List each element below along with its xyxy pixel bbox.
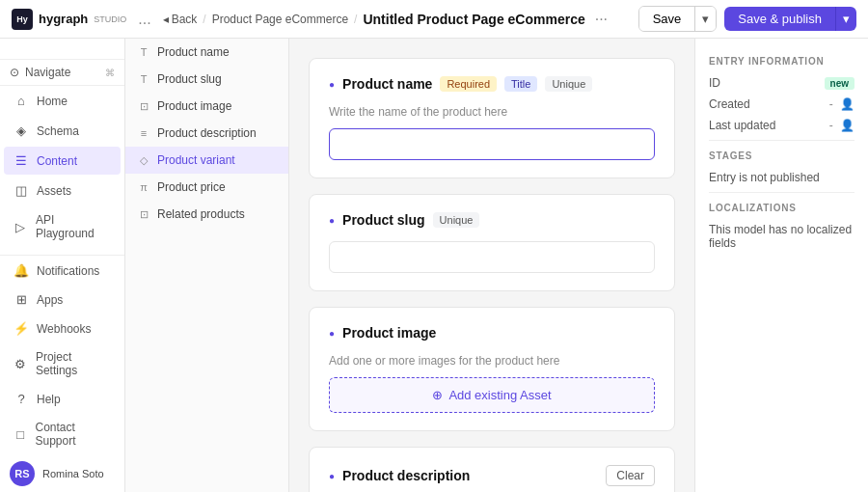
sidebar-label-assets: Assets	[37, 184, 71, 198]
product-image-title: Product image	[342, 325, 436, 341]
panel-divider-2	[709, 192, 854, 193]
sidebar-label-webhooks: Webhooks	[37, 322, 91, 336]
text-icon-2: T	[137, 73, 150, 85]
save-button[interactable]: Save	[639, 7, 696, 31]
field-item-product-variant[interactable]: ◇ Product variant	[125, 147, 288, 174]
left-field-panel: T Product name T Product slug ⊡ Product …	[125, 39, 289, 492]
page-more-button[interactable]: ···	[591, 10, 611, 29]
sidebar-item-contact-support[interactable]: □ Contact Support	[4, 414, 121, 454]
publish-button[interactable]: Save & publish	[724, 7, 836, 31]
sidebar-item-home[interactable]: ⌂ Home	[4, 87, 121, 115]
field-label-product-name: Product name	[157, 45, 230, 59]
sidebar-label-api: API Playground	[36, 213, 111, 240]
save-button-group: Save ▾	[638, 6, 718, 32]
apps-icon: ⊞	[14, 292, 29, 307]
product-desc-title: Product description	[342, 468, 470, 483]
sidebar-item-content[interactable]: ☰ Content	[4, 147, 121, 175]
related-icon: ⊡	[137, 208, 150, 221]
product-name-header: ● Product name Required Title Unique	[329, 76, 655, 92]
field-label-product-image: Product image	[157, 99, 231, 113]
user-row[interactable]: RS Romina Soto	[0, 455, 124, 492]
product-description-section: ● Product description Clear Add a produc…	[309, 447, 675, 492]
last-updated-label: Last updated	[709, 119, 775, 132]
field-item-product-slug[interactable]: T Product slug	[125, 66, 288, 93]
slug-unique-badge: Unique	[433, 212, 480, 228]
breadcrumb-sep: /	[203, 13, 205, 26]
back-button[interactable]: ◂ Back	[163, 13, 198, 26]
product-name-section: ● Product name Required Title Unique Wri…	[309, 58, 675, 178]
variant-icon: ◇	[137, 154, 150, 167]
publish-dropdown-button[interactable]: ▾	[836, 7, 856, 31]
help-icon: ?	[14, 392, 29, 406]
sidebar-item-api-playground[interactable]: ▷ API Playground	[4, 206, 121, 247]
created-label: Created	[709, 97, 750, 111]
navigate-label: Navigate	[25, 66, 70, 79]
clear-button[interactable]: Clear	[606, 465, 655, 486]
field-item-product-name[interactable]: T Product name	[125, 39, 288, 66]
support-icon: □	[14, 427, 27, 442]
sidebar-search[interactable]: ⊙ Navigate ⌘	[0, 60, 124, 86]
entry-info-title: ENTRY INFORMATION	[709, 56, 854, 67]
id-label: ID	[709, 76, 720, 90]
section-indicator: ●	[329, 79, 335, 90]
sidebar-label-support: Contact Support	[35, 421, 111, 448]
sidebar-item-help[interactable]: ? Help	[4, 385, 121, 413]
sidebar-label-content: Content	[37, 154, 77, 168]
section-indicator-4: ●	[329, 471, 335, 481]
sidebar-label-help: Help	[37, 393, 61, 406]
last-updated-value: - 👤	[829, 119, 854, 132]
stage-status: Entry is not published	[709, 171, 854, 184]
product-name-title: Product name	[342, 76, 432, 92]
created-val: -	[829, 97, 833, 111]
image-icon: ⊡	[137, 100, 150, 113]
save-dropdown-button[interactable]: ▾	[695, 7, 716, 31]
breadcrumb-item: Product Page eCommerce	[212, 13, 348, 26]
sidebar-item-apps[interactable]: ⊞ Apps	[4, 286, 121, 314]
add-asset-label: Add existing Asset	[448, 388, 551, 402]
id-badge: new	[825, 77, 854, 90]
field-item-product-description[interactable]: ≡ Product description	[125, 120, 288, 147]
topbar-more-button[interactable]: ...	[134, 10, 154, 29]
localization-text: This model has no localized fields	[709, 223, 854, 250]
panel-divider-1	[709, 140, 854, 141]
price-icon: π	[137, 181, 150, 193]
field-label-product-variant: Product variant	[157, 153, 235, 167]
sidebar-org	[0, 39, 124, 60]
stages-title: STAGES	[709, 150, 854, 161]
sidebar-label-settings: Project Settings	[36, 350, 111, 377]
sidebar-item-notifications[interactable]: 🔔 Notifications	[4, 257, 121, 285]
breadcrumb: ◂ Back / Product Page eCommerce / Untitl…	[163, 10, 611, 29]
sidebar-item-assets[interactable]: ◫ Assets	[4, 177, 121, 205]
field-item-related-products[interactable]: ⊡ Related products	[125, 201, 288, 228]
field-label-product-slug: Product slug	[157, 72, 222, 86]
add-asset-button[interactable]: ⊕ Add existing Asset	[329, 377, 655, 413]
sidebar-item-schema[interactable]: ◈ Schema	[4, 117, 121, 145]
desc-icon: ≡	[137, 127, 150, 139]
last-updated-val: -	[829, 119, 833, 132]
created-user-icon: 👤	[840, 97, 854, 111]
product-desc-header: ● Product description Clear	[329, 465, 655, 486]
sidebar-bottom: 🔔 Notifications ⊞ Apps ⚡ Webhooks ⚙ Proj…	[0, 255, 124, 492]
sidebar-item-project-settings[interactable]: ⚙ Project Settings	[4, 343, 121, 384]
product-name-hint: Write the name of the product here	[329, 105, 655, 119]
last-updated-user-icon: 👤	[840, 119, 854, 132]
logo-group: Hy hygraph STUDIO	[12, 9, 126, 30]
product-slug-input[interactable]	[329, 241, 655, 273]
product-image-header: ● Product image	[329, 325, 655, 341]
main-layout: ⊙ Navigate ⌘ ⌂ Home ◈ Schema ☰ Content ◫…	[0, 39, 868, 492]
title-badge: Title	[504, 76, 537, 92]
logo-mark: Hy	[12, 9, 33, 30]
product-name-input[interactable]	[329, 128, 655, 160]
field-item-product-price[interactable]: π Product price	[125, 174, 288, 201]
field-item-product-image[interactable]: ⊡ Product image	[125, 93, 288, 120]
localizations-title: LOCALIZATIONS	[709, 203, 854, 213]
page-title: Untitled Product Page eCommerce	[363, 12, 584, 27]
sidebar-label-home: Home	[37, 95, 68, 108]
sidebar-item-webhooks[interactable]: ⚡ Webhooks	[4, 314, 121, 342]
logo-text: hygraph	[39, 12, 88, 26]
product-slug-header: ● Product slug Unique	[329, 212, 655, 228]
user-name: Romina Soto	[42, 468, 104, 479]
product-slug-title: Product slug	[342, 212, 425, 228]
sidebar: ⊙ Navigate ⌘ ⌂ Home ◈ Schema ☰ Content ◫…	[0, 39, 125, 492]
content-icon: ☰	[14, 153, 29, 168]
